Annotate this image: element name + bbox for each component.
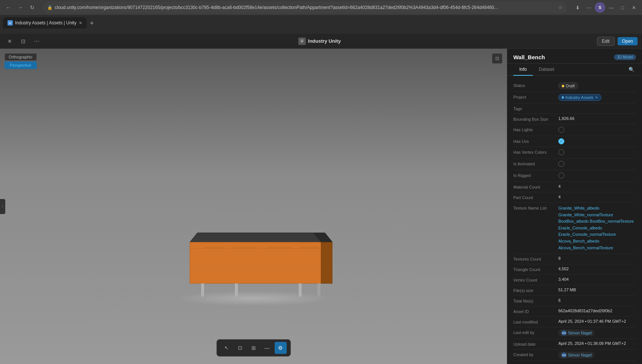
browser-tab-active[interactable]: U Industry Assets | Assets | Unity ✕ [3,17,87,28]
textures-count-value: 8 [558,256,636,261]
close-button[interactable]: ✕ [628,2,639,13]
triangle-count-value: 4,502 [558,267,636,271]
has-lights-row: Has Lights [513,124,636,136]
tab-title: Industry Assets | Assets | Unity [15,20,77,25]
material-count-row: Material Count 4 [513,182,636,192]
window-controls: ← → ↻ [3,2,38,13]
panel-toggle-button[interactable]: ⊡ [18,36,29,46]
file-size-label: File(s) size [513,288,558,293]
panel-tabs: Info Dataset 🔍 [507,64,642,76]
project-label: Project [513,94,558,99]
perspective-view-button[interactable]: Perspective [5,61,37,69]
total-files-row: Total file(s) 6 [513,296,636,306]
created-by-user-avatar: SN [561,352,567,358]
viewport-corner-button[interactable]: ⊡ [492,53,502,64]
file-size-value: 51.27 MB [558,288,636,292]
tab-close-button[interactable]: ✕ [79,21,82,25]
texture-name-row: Texture Name List Granite_White_albedo G… [513,203,636,254]
status-row: Status Draft [513,80,636,92]
is-rigged-value [558,172,636,179]
textures-count-label: Textures Count [513,256,558,261]
tab-favicon: U [8,20,13,25]
project-tag: Industry Assets ✕ [558,94,601,101]
last-edit-user-name: Simon Nagel [568,331,592,335]
has-lights-value [558,127,636,133]
refresh-button[interactable]: ↻ [27,2,38,13]
viewport-view-controls: Orthographic Perspective [5,53,37,69]
project-text: Industry Assets [565,95,594,100]
cursor-icon: ↖ [224,345,229,351]
svg-rect-11 [299,283,302,297]
app-logo-text: Industry Unity [308,38,341,44]
bench-svg [175,222,332,297]
move-tool-button[interactable]: ⊡ [234,342,246,354]
scale-tool-button[interactable]: ⊞ [248,342,260,354]
vertex-count-label: Vertex Count [513,277,558,282]
address-bar[interactable]: 🔒 cloud.unity.com/home/organizations/907… [43,1,567,13]
edit-button[interactable]: Edit [597,37,615,46]
tags-row: Tags [513,103,636,114]
file-size-row: File(s) size 51.27 MB [513,285,636,296]
has-lights-icon [558,127,564,133]
line-tool-button[interactable]: — [261,342,273,354]
viewport[interactable]: Orthographic Perspective ⊡ ‹ [0,49,507,364]
material-count-label: Material Count [513,184,558,189]
new-tab-button[interactable]: + [87,18,97,28]
bounding-box-value: 1,826.66 [558,116,636,121]
total-files-label: Total file(s) [513,298,558,303]
minimize-button[interactable]: — [606,2,616,13]
project-value: Industry Assets ✕ [558,94,636,101]
created-by-row: Created by SN Simon Nagel [513,349,636,361]
collapse-left-button[interactable]: ‹ [0,199,5,214]
move-icon: ⊡ [238,345,242,351]
main-content: Orthographic Perspective ⊡ ‹ [0,49,642,364]
part-count-value: 4 [558,195,636,199]
triangle-count-row: Triangle Count 4,502 [513,264,636,275]
forward-button[interactable]: → [15,2,26,13]
material-count-value: 4 [558,184,636,189]
has-vertex-colors-icon [558,149,564,155]
profile-button[interactable]: S [595,2,605,13]
browser-top-bar: ← → ↻ 🔒 cloud.unity.com/home/organizatio… [0,0,642,15]
settings-icon: ⚙ [278,345,283,351]
status-value: Draft [558,82,636,89]
is-animated-value [558,161,636,168]
status-label: Status [513,82,558,88]
lock-icon: 🔒 [47,5,53,10]
app-wrapper: ✕ ⊡ ⋯ U Industry Unity Edit Open Orthogr… [0,34,642,364]
vertex-count-value: 3,404 [558,277,636,282]
viewport-toolbar: ↖ ⊡ ⊞ — ⚙ [217,339,291,357]
svg-rect-9 [201,283,204,297]
tags-label: Tags [513,106,558,111]
last-edit-user-chip: SN Simon Nagel [558,330,595,336]
settings-tool-button[interactable]: ⚙ [275,342,287,354]
tab-dataset[interactable]: Dataset [533,64,560,76]
panel-options-button[interactable]: ⋯ [32,36,42,46]
project-remove-button[interactable]: ✕ [595,96,598,99]
cursor-tool-button[interactable]: ↖ [221,342,233,354]
asset-id-row: Asset ID 662a4028d831a27ded26f0b2 [513,306,636,317]
app-top-bar: ✕ ⊡ ⋯ U Industry Unity Edit Open [0,34,642,49]
bounding-box-label: Bounding Box Size [513,116,558,121]
logo-icon: U [298,37,306,45]
panel-body: Status Draft Project Industry As [507,76,642,364]
maximize-button[interactable]: □ [617,2,628,13]
triangle-count-label: Triangle Count [513,267,558,272]
status-text: Draft [566,84,575,88]
created-by-value: SN Simon Nagel [558,352,636,358]
download-button[interactable]: ⬇ [572,2,583,13]
svg-rect-0 [190,242,321,283]
orthographic-view-button[interactable]: Orthographic [5,53,37,61]
tab-info[interactable]: Info [513,64,533,76]
project-row: Project Industry Assets ✕ [513,92,636,103]
bench-model [175,222,332,297]
last-edit-by-row: Last edit by SN Simon Nagel [513,327,636,339]
scale-icon: ⊞ [251,345,256,351]
open-button[interactable]: Open [618,37,637,45]
last-edit-by-value: SN Simon Nagel [558,330,636,336]
panel-search-button[interactable]: 🔍 [627,65,636,74]
is-animated-icon [558,161,564,167]
back-button[interactable]: ← [3,2,14,13]
panel-close-button[interactable]: ✕ [5,36,15,46]
extensions-button[interactable]: ⋯ [583,2,594,13]
